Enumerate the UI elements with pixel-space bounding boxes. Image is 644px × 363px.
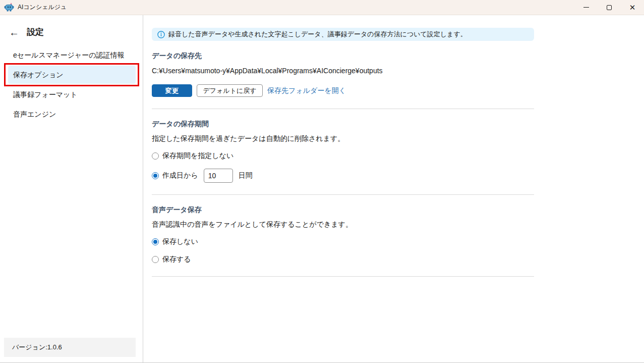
section-divider: [152, 109, 534, 109]
retention-days-suffix: 日間: [239, 171, 253, 180]
audio-save-option-no[interactable]: 保存しない: [152, 237, 534, 247]
settings-nav: eセールスマネージャーの認証情報 保存オプション 議事録フォーマット 音声エンジ…: [0, 46, 143, 123]
retention-days-input[interactable]: [204, 169, 233, 183]
settings-sidebar: ← 設定 eセールスマネージャーの認証情報 保存オプション 議事録フォーマット …: [0, 15, 143, 362]
open-folder-link[interactable]: 保存先フォルダーを開く: [267, 86, 346, 95]
save-location-path: C:¥Users¥matsumoto-y¥AppData¥Local¥Progr…: [152, 67, 534, 75]
close-icon: ✕: [629, 4, 636, 11]
retention-days-prefix: 作成日から: [162, 171, 198, 180]
sidebar-item-speech-engine[interactable]: 音声エンジン: [8, 105, 136, 123]
radio-unchecked-icon[interactable]: [152, 152, 159, 160]
sidebar-item-label: 保存オプション: [13, 71, 64, 79]
info-circle-icon: [157, 31, 165, 38]
save-location-heading: データの保存先: [152, 51, 534, 61]
titlebar: AIコンシェルジュ ✕: [0, 0, 644, 15]
window-controls: ✕: [574, 0, 644, 15]
sidebar-item-save-options[interactable]: 保存オプション: [8, 66, 136, 84]
section-divider: [152, 194, 534, 195]
retention-option-none-label: 保存期間を指定しない: [162, 151, 233, 161]
retention-description: 指定した保存期間を過ぎたデータは自動的に削除されます。: [152, 134, 534, 143]
section-divider: [152, 276, 534, 277]
page-title: 設定: [27, 26, 44, 38]
audio-save-option-yes-label: 保存する: [162, 255, 191, 264]
radio-checked-icon[interactable]: [152, 172, 159, 179]
info-banner-text: 録音した音声データや生成された文字起こしデータ、議事録データの保存方法について設…: [168, 30, 467, 39]
app-window: AIコンシェルジュ ✕ ← 設定 eセールスマネージャーの認証情報 保存オプショ…: [0, 0, 644, 363]
audio-save-description: 音声認識中の音声をファイルとして保存することができます。: [152, 220, 534, 229]
save-location-actions: 変更 デフォルトに戻す 保存先フォルダーを開く: [152, 84, 534, 97]
radio-unchecked-icon[interactable]: [152, 256, 159, 263]
sidebar-item-label: 音声エンジン: [13, 110, 56, 118]
maximize-icon: [607, 5, 612, 10]
radio-checked-icon[interactable]: [152, 238, 159, 245]
save-options-panel: 録音した音声データや生成された文字起こしデータ、議事録データの保存方法について設…: [143, 15, 644, 362]
maximize-button[interactable]: [598, 0, 621, 15]
audio-save-heading: 音声データ保存: [152, 205, 534, 215]
audio-save-option-yes[interactable]: 保存する: [152, 254, 534, 265]
retention-option-none[interactable]: 保存期間を指定しない: [152, 151, 534, 161]
sidebar-item-label: 議事録フォーマット: [13, 90, 78, 98]
sidebar-item-label: eセールスマネージャーの認証情報: [13, 51, 124, 59]
minimize-button[interactable]: [574, 0, 598, 15]
retention-heading: データの保存期間: [152, 120, 534, 129]
back-arrow-icon[interactable]: ←: [9, 27, 19, 37]
version-label: バージョン:1.0.6: [4, 338, 136, 357]
sidebar-item-minutes-format[interactable]: 議事録フォーマット: [8, 85, 136, 103]
sidebar-item-esales-credentials[interactable]: eセールスマネージャーの認証情報: [8, 46, 136, 64]
audio-save-option-no-label: 保存しない: [162, 237, 198, 246]
info-banner: 録音した音声データや生成された文字起こしデータ、議事録データの保存方法について設…: [152, 28, 534, 41]
reset-default-button[interactable]: デフォルトに戻す: [197, 84, 263, 97]
close-button[interactable]: ✕: [621, 0, 644, 15]
window-title: AIコンシェルジュ: [18, 3, 67, 12]
minimize-icon: [583, 7, 589, 8]
retention-option-days[interactable]: 作成日から 日間: [152, 169, 534, 183]
sidebar-header: ← 設定: [0, 15, 143, 41]
change-button[interactable]: 変更: [152, 84, 192, 97]
app-robot-icon: [4, 3, 14, 13]
